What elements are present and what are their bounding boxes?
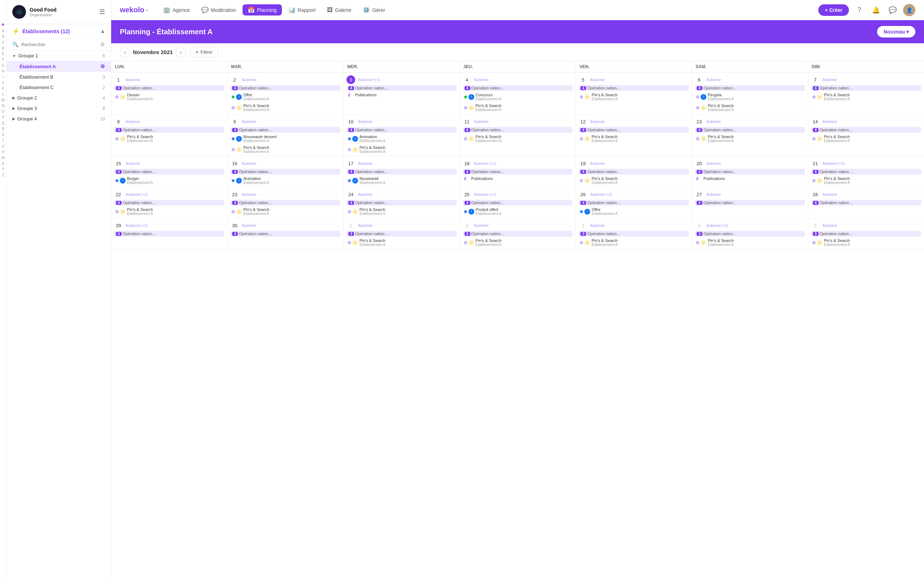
- alpha-f[interactable]: F: [2, 57, 4, 62]
- cal-event-item[interactable]: ☺Pin's & SearchEtablissement A: [463, 134, 573, 143]
- create-button[interactable]: + Créer: [818, 4, 849, 16]
- cal-event-operation[interactable]: 4Opération nation…: [114, 231, 224, 237]
- cal-event-item[interactable]: fNouveauté dessertEtablissement A: [230, 134, 340, 143]
- cal-event-item[interactable]: ☺Pin's & SearchEtablissement A: [811, 238, 921, 247]
- cal-event-item[interactable]: ☺Pin's & SearchEtablissement A: [695, 134, 805, 143]
- cal-day-12[interactable]: 12Automne4Opération nation…☺Pin's & Sear…: [576, 114, 692, 156]
- notifications-button[interactable]: 🔔: [870, 4, 882, 16]
- cal-event-operation[interactable]: 3Opération nation…: [463, 231, 573, 237]
- cal-event-operation[interactable]: 4Opération nation…: [230, 231, 340, 237]
- cal-event-item[interactable]: ☺Pin's & SearchEtablissement A: [811, 92, 921, 102]
- cal-event-operation[interactable]: 4Opération nation…: [578, 169, 689, 174]
- alpha-y[interactable]: Y: [2, 167, 4, 172]
- alpha-d[interactable]: D: [2, 46, 4, 51]
- alpha-c[interactable]: C: [2, 40, 4, 45]
- cal-event-item[interactable]: ☺Pin's & SearchEtablissement A: [347, 145, 457, 154]
- nav-gerer[interactable]: ⚙️ Gérer: [358, 4, 390, 16]
- nav-planning[interactable]: 📅 Planning: [242, 4, 282, 16]
- cal-day-11[interactable]: 11Automne4Opération nation…☺Pin's & Sear…: [459, 114, 576, 156]
- alpha-e[interactable]: E: [2, 52, 4, 56]
- cal-day-20[interactable]: 20Automne4Opération nation…2Publications: [692, 156, 808, 187]
- cal-event-item[interactable]: ☺Pin's & SearchEtablissement A: [695, 238, 805, 247]
- cal-day-5[interactable]: 5Automne3Opération nation…☺Pin's & Searc…: [808, 218, 924, 249]
- cal-day-3[interactable]: 3Automne3Opération nation…☺Pin's & Searc…: [576, 218, 692, 249]
- cal-event-item[interactable]: fAnimationEtablissement A: [230, 176, 340, 185]
- alphabet-nav[interactable]: ★ A B C D E F G H I J K L M N O P Q R S …: [0, 0, 6, 577]
- cal-event-operation[interactable]: 3Opération nation…: [695, 231, 805, 237]
- cal-event-operation[interactable]: 4Opération nation…: [695, 127, 805, 133]
- cal-event-operation[interactable]: 4Opération nation…: [578, 127, 689, 133]
- cal-event-operation[interactable]: 4Opération nation…: [347, 169, 457, 174]
- group-1-header[interactable]: ▼ Groupe 1 6: [6, 50, 111, 61]
- cal-day-28[interactable]: 28Automne4Opération nation…: [808, 187, 924, 218]
- section-chevron-icon[interactable]: ▲: [100, 29, 105, 34]
- cal-event-operation[interactable]: 4Opération nation…: [347, 127, 457, 133]
- filter-button[interactable]: ≡ Filtrer: [190, 47, 218, 57]
- messages-button[interactable]: 💬: [887, 4, 899, 16]
- alpha-star[interactable]: ★: [1, 22, 5, 28]
- cal-event-publications[interactable]: 2Publications: [347, 92, 457, 98]
- cal-day-22[interactable]: 22Automne (+1)4Opération nation…☺Pin's &…: [111, 187, 228, 218]
- cal-event-operation[interactable]: 4Opération nation…: [230, 200, 340, 206]
- cal-day-23[interactable]: 23Automne4Opération nation…☺Pin's & Sear…: [228, 187, 344, 218]
- cal-event-item[interactable]: ☺Pin's & SearchEtablissement A: [695, 103, 805, 113]
- cal-day-29[interactable]: 29Automne (+1)4Opération nation…: [111, 218, 228, 249]
- cal-event-item[interactable]: ☺Pin's & SearchEtablissement A: [114, 206, 224, 216]
- alpha-n[interactable]: N: [2, 103, 4, 108]
- alpha-r[interactable]: R: [2, 127, 4, 132]
- cal-event-operation[interactable]: 4Opération nation…: [114, 200, 224, 206]
- cal-event-operation[interactable]: 3Opération nation…: [347, 231, 457, 237]
- cal-day-4[interactable]: 4Automne (+1)3Opération nation…☺Pin's & …: [692, 218, 808, 249]
- cal-day-16[interactable]: 16Automne4Opération nation…fAnimationEta…: [228, 156, 344, 187]
- cal-event-operation[interactable]: 4Opération nation…: [695, 85, 805, 91]
- cal-event-item[interactable]: fProduit offertEtablissement A: [463, 206, 573, 216]
- cal-event-item[interactable]: ☺Pin's & SearchEtablissement A: [811, 176, 921, 185]
- alpha-t[interactable]: T: [2, 138, 4, 143]
- cal-event-publications[interactable]: 2Publications: [695, 176, 805, 181]
- cal-event-item[interactable]: ☺Pin's & SearchEtablissement A: [578, 134, 689, 143]
- cal-day-21[interactable]: 21Automne (+1)4Opération nation…☺Pin's &…: [808, 156, 924, 187]
- alpha-a[interactable]: A: [2, 29, 4, 34]
- alpha-k[interactable]: K: [2, 86, 4, 91]
- nav-agence[interactable]: 🏢 Agence: [158, 4, 195, 16]
- cal-event-item[interactable]: ☺Pin's & SearchEtablissement A: [463, 238, 573, 247]
- cal-day-1[interactable]: 1Automne3Opération nation…☺Pin's & Searc…: [343, 218, 459, 249]
- alpha-j[interactable]: J: [2, 81, 4, 85]
- cal-day-7[interactable]: 7Automne4Opération nation…☺Pin's & Searc…: [808, 73, 924, 114]
- cal-event-item[interactable]: ☺Pin's & SearchEtablissement A: [230, 103, 340, 113]
- next-month-button[interactable]: ›: [176, 47, 186, 57]
- cal-event-item[interactable]: ☺Pin's & SearchEtablissement A: [578, 92, 689, 102]
- cal-event-publications[interactable]: 2Publications: [463, 176, 573, 181]
- cal-event-item[interactable]: ☺Pin's & SearchEtablissement A: [811, 134, 921, 143]
- cal-day-27[interactable]: 27Automne4Opération nation…: [692, 187, 808, 218]
- group-4-header[interactable]: ▶ Groupe 4 10: [6, 114, 111, 124]
- cal-event-operation[interactable]: 4Opération nation…: [230, 85, 340, 91]
- cal-day-1[interactable]: 1Automne4Opération nation…☺DesserEtablis…: [111, 73, 228, 114]
- sidebar-item-etablissement-b[interactable]: Établissement B 3: [6, 72, 111, 82]
- sidebar-item-etablissement-c[interactable]: Établissement C 2: [6, 82, 111, 93]
- alpha-s[interactable]: S: [2, 132, 4, 137]
- search-input[interactable]: [21, 42, 97, 47]
- alpha-p[interactable]: P: [2, 115, 4, 120]
- cal-day-2[interactable]: 2Automne3Opération nation…☺Pin's & Searc…: [459, 218, 576, 249]
- cal-event-operation[interactable]: 4Opération nation…: [811, 127, 921, 133]
- cal-day-2[interactable]: 2Automne4Opération nation…fOffreEtabliss…: [228, 73, 344, 114]
- alpha-m[interactable]: M: [2, 98, 4, 103]
- cal-event-operation[interactable]: 4Opération nation…: [230, 169, 340, 174]
- cal-event-item[interactable]: fBurgerEtablissement A: [114, 176, 224, 185]
- etablissement-a-gear-icon[interactable]: ⚙: [100, 63, 105, 69]
- alpha-l[interactable]: L: [2, 92, 4, 97]
- cal-day-18[interactable]: 18Automne (+1)4Opération nation…2Publica…: [459, 156, 576, 187]
- cal-event-item[interactable]: ☺DesserEtablissement A: [114, 92, 224, 102]
- cal-day-4[interactable]: 4Automne4Opération nation…fConcoursEtabl…: [459, 73, 576, 114]
- cal-event-item[interactable]: ☺Pin's & SearchEtablissement A: [230, 206, 340, 216]
- alpha-g[interactable]: G: [2, 63, 5, 68]
- cal-event-operation[interactable]: 4Opération nation…: [463, 127, 573, 133]
- cal-event-item[interactable]: ☺Pin's & SearchEtablissement A: [347, 206, 457, 216]
- sidebar-menu-icon[interactable]: ☰: [99, 8, 105, 16]
- cal-day-8[interactable]: 8Automne4Opération nation…☺Pin's & Searc…: [111, 114, 228, 156]
- cal-event-item[interactable]: fAnimationEtablissement A: [347, 134, 457, 143]
- alpha-w[interactable]: W: [2, 155, 5, 161]
- cal-day-30[interactable]: 30Automne4Opération nation…: [228, 218, 344, 249]
- alpha-o[interactable]: O: [2, 109, 5, 114]
